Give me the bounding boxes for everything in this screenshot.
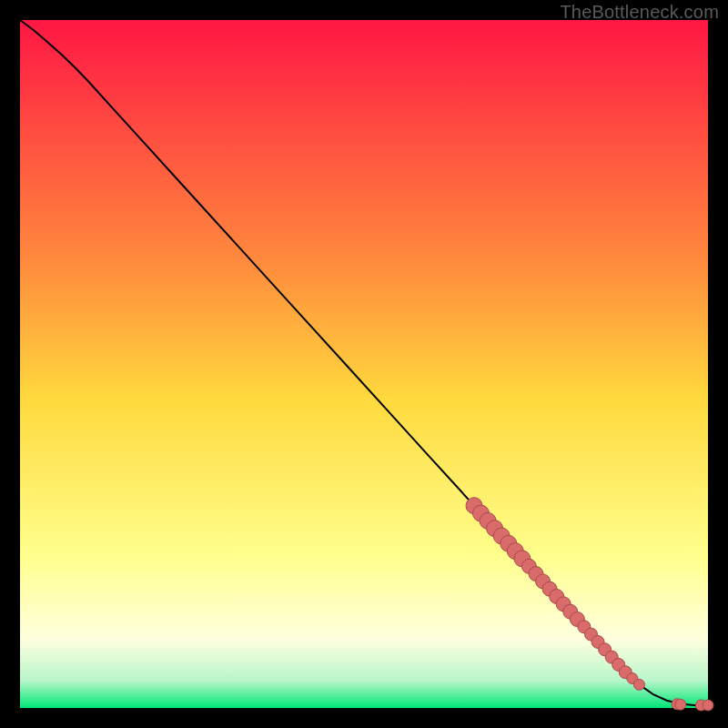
data-marker (633, 679, 644, 690)
plot-background (20, 20, 708, 708)
watermark-text: TheBottleneck.com (560, 2, 719, 23)
data-marker (675, 699, 686, 710)
data-marker (703, 700, 713, 711)
chart-stage: TheBottleneck.com (0, 0, 728, 728)
chart-svg (0, 0, 728, 728)
